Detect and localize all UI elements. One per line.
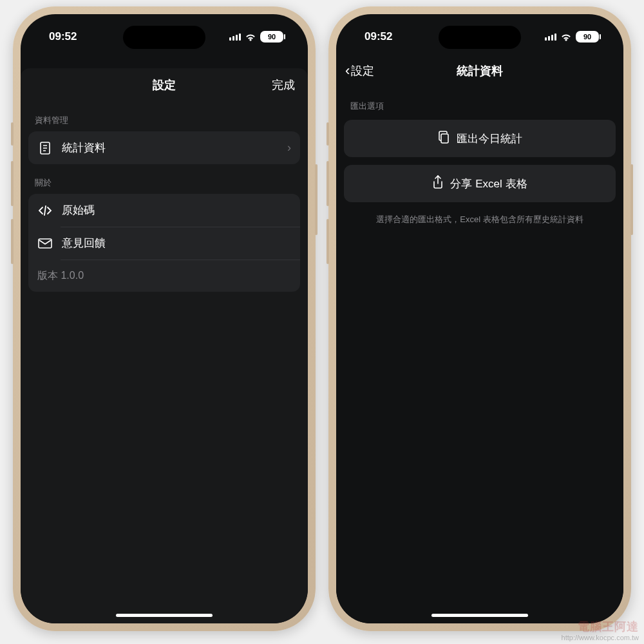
content-left: 設定 完成 資料管理 統計資料 › 關於 <box>21 54 308 623</box>
svg-rect-5 <box>39 239 52 248</box>
nav-title-settings: 設定 <box>153 77 176 93</box>
watermark-url: http://www.kocpc.com.tw <box>562 634 639 641</box>
back-button-label: 設定 <box>351 63 374 79</box>
phone-left: 09:52 90 設定 完成 資料管理 <box>13 6 316 631</box>
row-feedback[interactable]: 意見回饋 <box>28 227 300 260</box>
row-statistics-label: 統計資料 <box>62 140 278 155</box>
mail-icon <box>37 238 53 249</box>
list-group-about: 原始碼 意見回饋 版本 1.0.0 <box>28 194 300 292</box>
document-icon <box>37 141 53 155</box>
watermark-brand: 電腦王阿達 <box>562 621 639 634</box>
row-feedback-label: 意見回饋 <box>62 236 291 251</box>
battery-indicator: 90 <box>260 31 283 43</box>
export-today-label: 匯出今日統計 <box>457 131 522 146</box>
share-icon <box>432 175 444 193</box>
dynamic-island <box>123 26 205 49</box>
svg-line-4 <box>44 206 46 215</box>
chevron-right-icon: › <box>287 141 291 155</box>
row-version-label: 版本 1.0.0 <box>37 269 291 283</box>
chevron-left-icon: ‹ <box>345 64 350 78</box>
nav-title-statistics: 統計資料 <box>457 63 503 79</box>
section-header-data: 資料管理 <box>21 102 308 131</box>
watermark: 電腦王阿達 http://www.kocpc.com.tw <box>562 621 639 641</box>
done-button[interactable]: 完成 <box>272 68 295 102</box>
share-excel-button[interactable]: 分享 Excel 表格 <box>344 165 616 202</box>
side-button <box>327 122 329 146</box>
section-header-about: 關於 <box>21 164 308 194</box>
power-button <box>630 164 633 235</box>
phone-right: 09:52 90 ‹ 設定 統計資料 匯出選項 <box>328 6 631 631</box>
cellular-signal-icon <box>229 33 241 41</box>
wifi-icon <box>560 33 572 41</box>
nav-bar-settings: 設定 完成 <box>21 68 308 102</box>
home-indicator[interactable] <box>431 614 528 617</box>
status-time: 09:52 <box>365 23 392 43</box>
dynamic-island <box>439 26 521 49</box>
wifi-icon <box>245 33 256 41</box>
nav-bar-statistics: ‹ 設定 統計資料 <box>336 54 623 88</box>
export-hint: 選擇合適的匯出格式，Excel 表格包含所有歷史統計資料 <box>336 210 623 229</box>
battery-level: 90 <box>583 33 591 41</box>
content-right: ‹ 設定 統計資料 匯出選項 匯出今日統計 分享 Excel <box>336 54 623 623</box>
row-source-code-label: 原始碼 <box>62 203 291 218</box>
status-indicators: 90 <box>545 23 599 43</box>
battery-level: 90 <box>268 33 276 41</box>
list-group-data: 統計資料 › <box>28 131 300 164</box>
cellular-signal-icon <box>545 33 556 41</box>
home-indicator[interactable] <box>116 614 213 617</box>
row-version: 版本 1.0.0 <box>28 260 300 292</box>
row-source-code[interactable]: 原始碼 <box>28 194 300 227</box>
settings-sheet: 設定 完成 資料管理 統計資料 › 關於 <box>21 68 308 623</box>
side-button <box>11 122 14 146</box>
screen-left: 09:52 90 設定 完成 資料管理 <box>21 14 308 623</box>
back-button[interactable]: ‹ 設定 <box>345 54 374 88</box>
power-button <box>315 164 317 235</box>
volume-up-button <box>11 161 14 206</box>
status-time: 09:52 <box>49 23 77 43</box>
row-statistics[interactable]: 統計資料 › <box>28 131 300 164</box>
export-today-button[interactable]: 匯出今日統計 <box>344 120 616 157</box>
volume-up-button <box>327 161 329 206</box>
svg-rect-6 <box>441 134 448 143</box>
volume-down-button <box>11 219 14 264</box>
share-excel-label: 分享 Excel 表格 <box>450 176 527 191</box>
volume-down-button <box>327 219 329 264</box>
battery-indicator: 90 <box>576 31 599 43</box>
section-header-export: 匯出選項 <box>336 88 623 117</box>
code-icon <box>37 205 53 216</box>
copy-icon <box>437 130 450 147</box>
screen-right: 09:52 90 ‹ 設定 統計資料 匯出選項 <box>336 14 623 623</box>
statistics-page: ‹ 設定 統計資料 匯出選項 匯出今日統計 分享 Excel <box>336 54 623 623</box>
status-indicators: 90 <box>229 23 283 43</box>
